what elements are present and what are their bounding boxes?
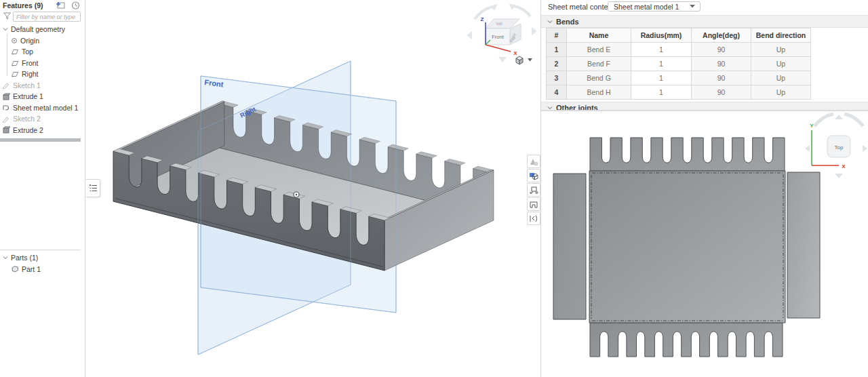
- other-joints-section-header[interactable]: Other joints: [541, 102, 868, 111]
- sheet-metal-context-select[interactable]: Sheet metal model 1: [608, 1, 701, 12]
- flat-pattern-icon: [529, 200, 538, 209]
- feature-item-sketch2[interactable]: Sketch 2: [0, 113, 85, 125]
- chevron-down-icon: [3, 255, 8, 260]
- flat-pattern[interactable]: [553, 138, 820, 357]
- flat-view-cube-top-label: Top: [835, 144, 844, 151]
- tree-item-top-plane[interactable]: Top: [0, 46, 85, 58]
- shaded-views-button-disabled[interactable]: [527, 155, 540, 168]
- tree-guide-line: [7, 34, 7, 76]
- sheet-metal-panel: Sheet metal context: Sheet metal model 1…: [540, 0, 868, 111]
- x-axis-label: X: [842, 163, 846, 170]
- feature-item-sketch1[interactable]: Sketch 1: [0, 80, 85, 92]
- flat-pattern-panel: Top Y X: [540, 111, 868, 377]
- rollback-bar[interactable]: [0, 138, 81, 142]
- add-folder-icon[interactable]: [56, 1, 65, 9]
- plane-icon: [11, 71, 19, 77]
- sheet-metal-tool-column: [527, 155, 540, 226]
- default-geometry-node[interactable]: Default geometry: [0, 24, 85, 35]
- parts-header[interactable]: Parts (1): [0, 252, 81, 264]
- tree-item-front-plane[interactable]: Front: [0, 58, 85, 69]
- extrude-icon: [2, 93, 10, 100]
- part-item-part1[interactable]: Part 1: [0, 264, 81, 275]
- z-axis-label: Z: [481, 16, 484, 22]
- history-icon[interactable]: [71, 1, 81, 9]
- features-panel-header: Features (9): [0, 0, 85, 11]
- part-icon: [11, 265, 19, 273]
- plane-icon: [11, 48, 19, 55]
- bend-view-button[interactable]: [527, 212, 540, 225]
- feature-item-extrude2[interactable]: Extrude 2: [0, 125, 85, 136]
- sketch-icon: [2, 115, 10, 123]
- flat-preview-button[interactable]: [527, 183, 540, 197]
- plane-icon: [11, 60, 19, 66]
- feature-item-extrude1[interactable]: Extrude 1: [0, 91, 85, 102]
- x-axis: [486, 45, 511, 52]
- view-cube-front-label: Front: [492, 34, 504, 40]
- extrude-icon: [2, 126, 10, 134]
- folded-view-button[interactable]: [527, 169, 540, 182]
- sheet-metal-context-label: Sheet metal context:: [548, 3, 616, 11]
- sketch-icon: [2, 81, 10, 89]
- folded-model-icon: [529, 172, 538, 180]
- flat-view-cube[interactable]: Top Y X: [805, 114, 867, 178]
- onshape-app: Features (9) Default geometry Origin: [0, 0, 868, 377]
- cone-sphere-icon: [529, 157, 538, 166]
- feature-item-sheet-metal-model1[interactable]: Sheet metal model 1: [0, 102, 85, 114]
- table-row[interactable]: 1 Bend E 1 90 Up: [547, 43, 811, 57]
- chevron-down-icon: [547, 19, 553, 24]
- part-3d[interactable]: [113, 101, 494, 271]
- chevron-down-icon: [528, 58, 532, 62]
- table-row[interactable]: 2 Bend F 1 90 Up: [547, 57, 811, 71]
- origin-icon: [11, 37, 18, 44]
- bend-arc-icon: [529, 214, 538, 223]
- chevron-down-icon: [547, 105, 553, 111]
- chevron-down-icon: [3, 26, 8, 32]
- sheet-metal-icon: [2, 104, 10, 111]
- tree-item-right-plane[interactable]: Right: [0, 68, 85, 80]
- flat-pattern-viewport[interactable]: Top Y X: [542, 112, 868, 377]
- y-axis-label: Y: [810, 123, 814, 129]
- bends-section-header[interactable]: Bends: [541, 15, 868, 28]
- table-row[interactable]: 4 Bend H 1 90 Up: [547, 85, 811, 100]
- display-mode-button[interactable]: [509, 54, 537, 66]
- table-row[interactable]: 3 Bend G 1 90 Up: [547, 71, 811, 85]
- tree-item-origin[interactable]: Origin: [0, 35, 85, 47]
- features-panel: Features (9) Default geometry Origin: [0, 0, 85, 377]
- bends-table: # Name Radius(mm) Angle(deg) Bend direct…: [546, 28, 811, 100]
- origin-marker[interactable]: [294, 192, 299, 197]
- flat-pattern-button[interactable]: [527, 197, 540, 211]
- chevron-down-icon: [690, 5, 695, 8]
- filter-icon: [3, 12, 12, 22]
- feature-filter-input[interactable]: [13, 12, 81, 22]
- bends-table-header-row: # Name Radius(mm) Angle(deg) Bend direct…: [547, 28, 811, 43]
- shaded-cube-icon: [514, 55, 525, 65]
- parts-section: Parts (1) Part 1: [0, 250, 81, 275]
- features-panel-title: Features (9): [3, 1, 43, 9]
- unfold-arrow-icon: [529, 186, 538, 195]
- 3d-viewport[interactable]: Front Right Top Front Right Z X: [86, 0, 540, 377]
